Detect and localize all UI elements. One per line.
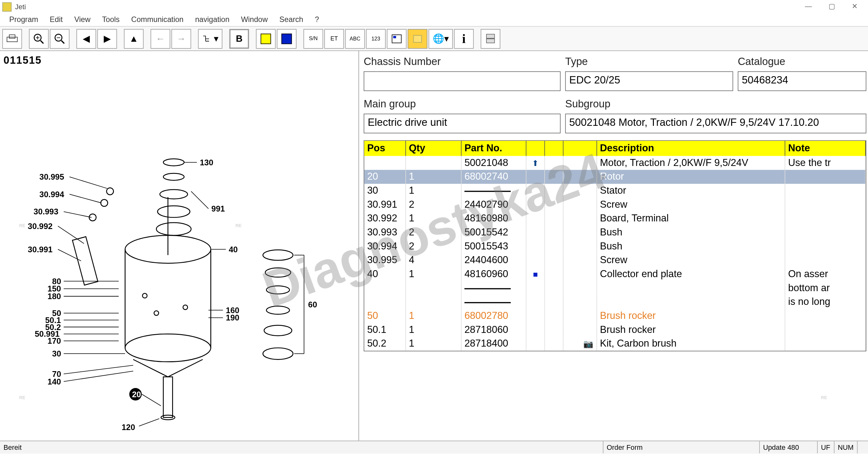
svg-point-26 [159, 190, 187, 199]
svg-rect-36 [72, 237, 98, 285]
svg-text:30.993: 30.993 [33, 207, 58, 216]
svg-rect-0 [7, 37, 18, 42]
table-row[interactable]: 30.991224402790Screw [364, 198, 866, 212]
catalogue-label: Catalogue [738, 56, 866, 68]
svg-point-30 [265, 268, 290, 277]
svg-point-41 [154, 311, 158, 316]
toolbar: ◀ ▶ ▲ ← → ▾ B S/N ET ABC 123 🌐 ▾ i [0, 27, 868, 51]
menu-program[interactable]: Program [3, 14, 44, 26]
table-row[interactable]: 50168002780Brush rocker [364, 309, 866, 323]
table-row[interactable]: 50.2128718400📷Kit, Carbon brush [364, 337, 866, 351]
notes-button[interactable] [408, 29, 427, 49]
status-num: NUM [834, 441, 857, 453]
svg-line-45 [191, 192, 209, 209]
table-row[interactable]: 30.994250015543Bush [364, 239, 866, 254]
abc-button[interactable]: ABC [345, 29, 365, 49]
table-row[interactable]: 301Stator [364, 184, 866, 198]
subgroup-field[interactable]: 50021048 Motor, Traction / 2,0KW/F 9,5/2… [565, 114, 866, 134]
bold-button[interactable]: B [229, 29, 249, 49]
num-button[interactable]: 123 [366, 29, 385, 49]
close-button[interactable]: ✕ [843, 0, 866, 14]
parts-table[interactable]: Pos Qty Part No. Description Note 500210… [364, 140, 866, 351]
table-row[interactable]: 30.995424404600Screw [364, 253, 866, 267]
zoom-out-button[interactable] [50, 29, 70, 49]
statusbar: Bereit Order Form Update 480 UF NUM [0, 440, 868, 453]
yellow-marker-button[interactable] [256, 29, 276, 49]
svg-point-42 [183, 305, 187, 310]
menu-window[interactable]: Window [235, 14, 274, 26]
maingroup-label: Main group [364, 98, 561, 110]
maingroup-field[interactable]: Electric drive unit [364, 114, 561, 134]
status-uf: UF [817, 441, 834, 453]
info-pane: Chassis Number Type EDC 20/25 Catalogue … [359, 51, 868, 453]
svg-point-31 [266, 286, 289, 294]
table-row[interactable]: 40148160960■Collector end plateOn asser [364, 267, 866, 281]
svg-text:170: 170 [47, 336, 60, 345]
info-button[interactable]: i [454, 29, 474, 49]
svg-text:30.992: 30.992 [27, 222, 52, 231]
minimize-button[interactable]: — [797, 0, 820, 14]
status-orderform[interactable]: Order Form [602, 441, 759, 453]
print-button[interactable] [2, 29, 22, 49]
menu-tools[interactable]: Tools [96, 14, 126, 26]
svg-line-68 [58, 226, 84, 244]
svg-point-27 [157, 206, 190, 217]
chassis-field[interactable] [364, 71, 561, 91]
menu-navigation[interactable]: navigation [189, 14, 235, 26]
svg-text:120: 120 [121, 423, 135, 432]
svg-text:130: 130 [199, 158, 213, 167]
svg-text:40: 40 [228, 245, 237, 254]
sn-button[interactable]: S/N [304, 29, 323, 49]
table-row[interactable]: bottom ar [364, 281, 866, 295]
svg-line-3 [40, 40, 43, 43]
menu-search[interactable]: Search [274, 14, 309, 26]
menu-help[interactable]: ? [309, 14, 325, 26]
svg-point-24 [163, 159, 184, 166]
cabinet-button[interactable] [481, 29, 500, 49]
hdr-part: Part No. [462, 141, 527, 156]
menu-communication[interactable]: Communication [125, 14, 189, 26]
svg-rect-23 [163, 377, 172, 417]
subgroup-label: Subgroup [565, 98, 866, 110]
menubar: Program Edit View Tools Communication na… [0, 14, 868, 27]
up-button[interactable]: ▲ [124, 29, 144, 49]
table-row[interactable]: 50.1128718060Brush rocker [364, 323, 866, 337]
svg-line-62 [139, 419, 159, 426]
svg-line-65 [69, 177, 106, 188]
forward-button[interactable]: → [172, 29, 191, 49]
window-button[interactable] [387, 29, 407, 49]
hdr-desc: Description [597, 141, 785, 156]
table-row[interactable]: 30.992148160980Board, Terminal [364, 211, 866, 226]
drawing-pane[interactable]: 011515 [0, 51, 359, 453]
svg-point-33 [264, 325, 291, 336]
menu-edit[interactable]: Edit [44, 14, 68, 26]
table-row[interactable]: 20168002740Rotor [364, 170, 866, 184]
svg-point-32 [266, 306, 289, 314]
globe-dropdown[interactable]: 🌐 ▾ [429, 29, 453, 49]
svg-point-40 [142, 293, 147, 298]
type-label: Type [565, 56, 733, 68]
svg-text:190: 190 [225, 313, 239, 322]
maximize-button[interactable]: ▢ [820, 0, 843, 14]
et-button[interactable]: ET [324, 29, 344, 49]
zoom-in-button[interactable] [29, 29, 49, 49]
next-button[interactable]: ▶ [97, 29, 117, 49]
svg-point-25 [163, 173, 184, 180]
blue-marker-button[interactable] [277, 29, 297, 49]
menu-view[interactable]: View [68, 14, 96, 26]
table-row[interactable]: 30.993250015542Bush [364, 226, 866, 239]
svg-point-38 [100, 199, 107, 206]
svg-rect-14 [393, 36, 396, 38]
app-icon [2, 2, 11, 11]
svg-text:30.991: 30.991 [27, 245, 52, 254]
type-field[interactable]: EDC 20/25 [565, 71, 733, 91]
catalogue-field[interactable]: 50468234 [738, 71, 866, 91]
table-row[interactable]: is no long [364, 295, 866, 309]
svg-text:991: 991 [211, 204, 225, 213]
tree-dropdown[interactable]: ▾ [198, 29, 222, 49]
table-row[interactable]: 50021048⬆Motor, Traction / 2,0KW/F 9,5/2… [364, 156, 866, 170]
hdr-qty: Qty [406, 141, 462, 156]
back-button[interactable]: ← [151, 29, 170, 49]
prev-button[interactable]: ◀ [76, 29, 96, 49]
svg-line-7 [61, 40, 64, 43]
